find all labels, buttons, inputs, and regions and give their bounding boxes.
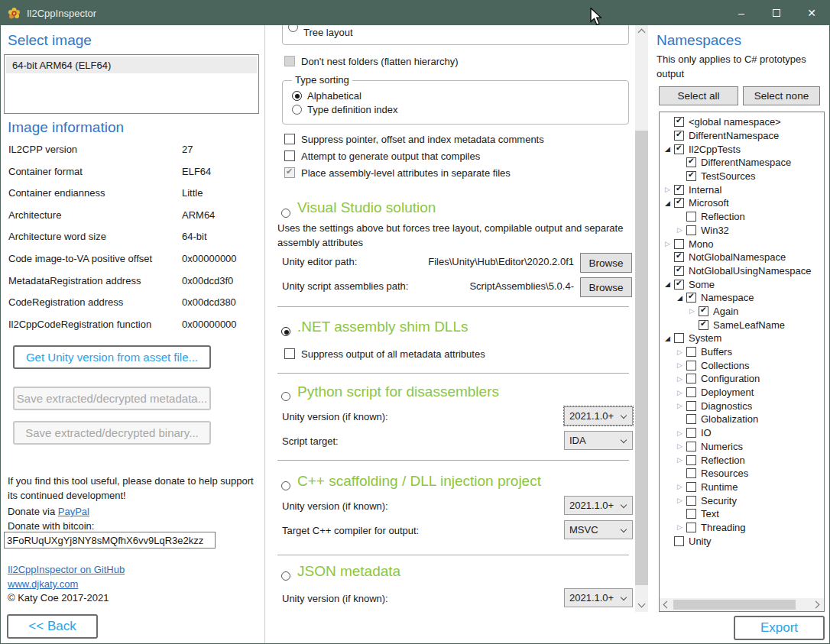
tree-item-checkbox[interactable] <box>686 468 696 478</box>
tree-item[interactable]: ▷IO <box>660 426 824 440</box>
tree-item[interactable]: ▷Buffers <box>660 345 824 359</box>
back-button[interactable]: << Back <box>7 614 98 639</box>
tree-item[interactable]: Globalization <box>660 413 824 426</box>
tree-item-checkbox[interactable] <box>699 320 708 330</box>
visual-studio-radio[interactable] <box>281 209 290 218</box>
tree-item-checkbox[interactable] <box>686 414 696 424</box>
expand-icon[interactable]: ▷ <box>675 348 685 356</box>
tree-item-checkbox[interactable] <box>674 239 684 249</box>
cpp-unity-version-combo[interactable]: 2021.1.0+ <box>564 496 633 515</box>
tree-item[interactable]: DifferentNamespace <box>660 129 824 143</box>
json-metadata-radio[interactable] <box>281 571 290 581</box>
expand-icon[interactable]: ▷ <box>675 497 685 504</box>
tree-hscrollbar[interactable] <box>660 598 824 611</box>
suppress-comments-checkbox[interactable] <box>284 134 295 144</box>
tree-item-checkbox[interactable] <box>674 117 684 127</box>
script-assemblies-path-value[interactable]: -5.0.4\ScriptAssemblies <box>426 280 574 292</box>
tree-item[interactable]: ▷Reflection <box>660 453 824 467</box>
tree-item-checkbox[interactable] <box>686 401 696 411</box>
browse-assemblies-path-button[interactable]: Browse <box>580 277 632 297</box>
close-button[interactable]: ✕ <box>794 1 829 25</box>
tree-item-checkbox[interactable] <box>674 185 684 195</box>
maximize-button[interactable] <box>759 1 794 25</box>
tree-item-checkbox[interactable] <box>674 333 684 343</box>
tree-item[interactable]: ▷Again <box>660 305 824 319</box>
tree-item[interactable]: ▷Internal <box>660 183 824 196</box>
tree-item-checkbox[interactable] <box>686 347 696 357</box>
image-listbox[interactable]: 64-bit ARM64 (ELF64) <box>4 54 259 114</box>
tree-item[interactable]: NotGlobalNamespace <box>660 251 824 264</box>
tree-item-checkbox[interactable] <box>674 144 684 154</box>
tree-item-checkbox[interactable] <box>686 387 696 397</box>
browse-editor-path-button[interactable]: Browse <box>580 253 632 273</box>
tree-item-checkbox[interactable] <box>686 171 696 181</box>
paypal-link[interactable]: PayPal <box>58 506 89 517</box>
tree-item[interactable]: Text <box>660 507 824 521</box>
tree-item[interactable]: ▷Mono <box>660 237 824 251</box>
expand-icon[interactable]: ▷ <box>663 240 673 248</box>
scroll-left-icon[interactable] <box>660 598 673 611</box>
tree-item-checkbox[interactable] <box>674 266 684 276</box>
tree-item[interactable]: NotGlobalUsingNamespace <box>660 264 824 278</box>
suppress-metadata-attributes-checkbox[interactable] <box>284 348 295 359</box>
tree-item[interactable]: Reflection <box>660 210 824 224</box>
export-button[interactable]: Export <box>734 616 825 640</box>
expand-icon[interactable]: ▷ <box>675 226 685 234</box>
expand-icon[interactable]: ▷ <box>675 389 685 396</box>
alphabetical-radio[interactable] <box>292 91 302 101</box>
tree-item[interactable]: ▷Diagnostics <box>660 399 824 413</box>
type-definition-index-radio[interactable] <box>292 105 302 115</box>
shim-dlls-radio[interactable] <box>281 327 290 336</box>
cpp-scaffolding-radio[interactable] <box>281 481 290 490</box>
tree-item[interactable]: ▷Security <box>660 494 824 507</box>
collapse-icon[interactable]: ◢ <box>663 335 673 342</box>
tree-item-checkbox[interactable] <box>674 131 684 141</box>
tree-item[interactable]: ▷Threading <box>660 521 824 535</box>
save-metadata-button[interactable]: Save extracted/decrypted metadata... <box>13 387 211 410</box>
tree-item[interactable]: Unity <box>660 534 824 548</box>
image-list-item[interactable]: 64-bit ARM64 (ELF64) <box>6 57 257 73</box>
expand-icon[interactable]: ▷ <box>675 456 685 464</box>
select-all-button[interactable]: Select all <box>659 86 738 105</box>
expand-icon[interactable]: ▷ <box>675 429 685 437</box>
expand-icon[interactable]: ▷ <box>675 523 685 531</box>
tree-item-checkbox[interactable] <box>686 442 696 451</box>
tree-item-checkbox[interactable] <box>686 212 696 222</box>
tree-item[interactable]: ▷Numerics <box>660 440 824 454</box>
collapse-icon[interactable]: ◢ <box>663 145 673 153</box>
options-scrollbar[interactable] <box>635 25 648 612</box>
tree-item[interactable]: DifferentNamespace <box>660 156 824 170</box>
tree-item[interactable]: ▷Collections <box>660 358 824 372</box>
script-target-combo[interactable]: IDA <box>564 431 633 450</box>
tree-item[interactable]: ▷Configuration <box>660 372 824 386</box>
scrollbar-thumb[interactable] <box>673 600 796 610</box>
tree-item-checkbox[interactable] <box>686 509 696 519</box>
save-binary-button[interactable]: Save extracted/decrypted binary... <box>13 421 211 445</box>
scroll-down-icon[interactable] <box>635 599 648 612</box>
tree-item-checkbox[interactable] <box>686 496 696 506</box>
json-unity-version-combo[interactable]: 2021.1.0+ <box>564 588 633 607</box>
tree-item[interactable]: ▷Deployment <box>660 386 824 400</box>
tree-item[interactable]: <global namespace> <box>660 115 824 129</box>
tree-item[interactable]: SameLeafName <box>660 318 824 332</box>
tree-item-checkbox[interactable] <box>686 455 696 465</box>
github-link[interactable]: Il2CppInspector on GitHub <box>8 564 125 575</box>
website-link[interactable]: www.djkaty.com <box>8 578 78 590</box>
tree-item[interactable]: ◢Namespace <box>660 291 824 305</box>
tree-item-checkbox[interactable] <box>686 293 696 303</box>
tree-item-checkbox[interactable] <box>674 536 684 546</box>
tree-item[interactable]: ◢Microsoft <box>660 196 824 210</box>
scrollbar-thumb[interactable] <box>635 131 648 585</box>
bitcoin-address-input[interactable] <box>4 532 216 549</box>
compilable-output-checkbox[interactable] <box>284 150 295 161</box>
tree-item-checkbox[interactable] <box>699 306 708 316</box>
expand-icon[interactable]: ▷ <box>675 375 685 383</box>
select-none-button[interactable]: Select none <box>743 86 820 105</box>
tree-item-checkbox[interactable] <box>674 280 684 290</box>
expand-icon[interactable]: ▷ <box>675 402 685 409</box>
expand-icon[interactable]: ▷ <box>687 307 697 315</box>
tree-item[interactable]: ◢Some <box>660 277 824 291</box>
scroll-right-icon[interactable] <box>811 598 824 611</box>
tree-item-checkbox[interactable] <box>686 157 696 167</box>
tree-item[interactable]: ◢Il2CppTests <box>660 142 824 156</box>
